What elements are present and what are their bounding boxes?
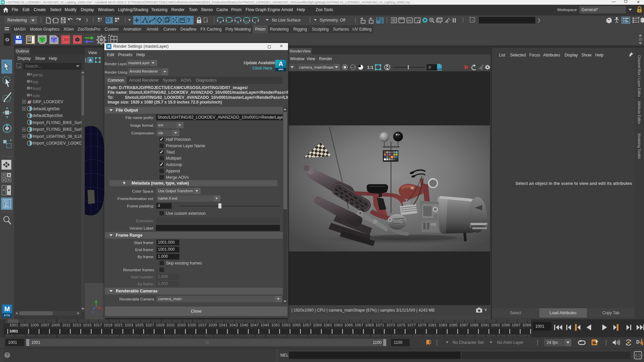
svg-text:x: x [102,308,103,311]
svg-text:IPR: IPR [407,19,412,22]
svg-text:RGB: RGB [351,67,355,69]
svg-text:LOG: LOG [437,68,442,70]
svg-text:{;}: {;} [635,354,641,358]
svg-text:1:1: 1:1 [367,65,373,70]
svg-text:z: z [92,310,94,314]
svg-text:?: ? [187,17,190,23]
svg-text:0: 0 [429,65,431,69]
svg-text:y: y [95,300,97,304]
